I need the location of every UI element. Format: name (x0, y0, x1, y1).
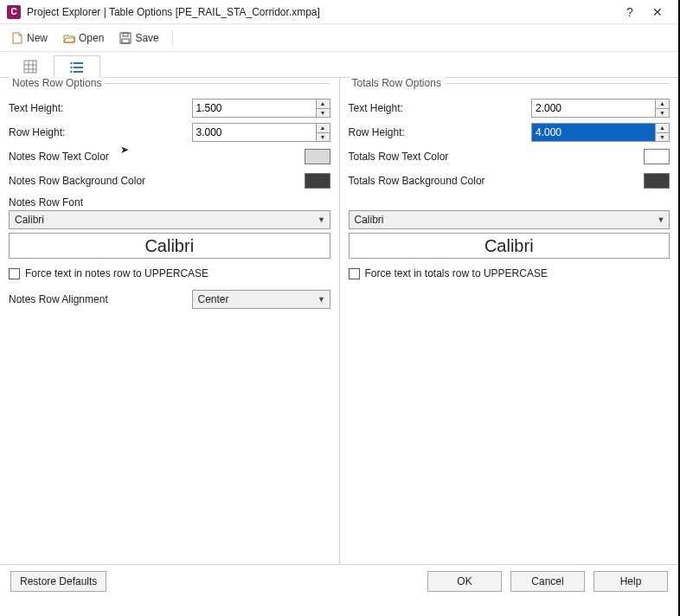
save-icon (119, 32, 132, 44)
notes-text-height-input[interactable]: ▲ ▼ (192, 99, 330, 118)
open-folder-icon (63, 32, 75, 44)
notes-text-color-label: Notes Row Text Color (9, 151, 182, 163)
chevron-down-icon: ▼ (653, 215, 669, 224)
grid-icon (23, 60, 37, 74)
chevron-down-icon: ▼ (314, 295, 330, 304)
main-area: Notes Row Options Text Height: ▲ ▼ Row H… (0, 78, 678, 564)
svg-rect-2 (122, 39, 129, 43)
totals-panel: Totals Row Options Text Height: ▲ ▼ Row … (339, 78, 679, 564)
close-icon[interactable]: ✕ (644, 5, 671, 19)
svg-point-13 (70, 70, 72, 72)
notes-font-combo[interactable]: Calibri ▼ (9, 210, 330, 229)
notes-row-height-field[interactable] (193, 124, 316, 141)
notes-alignment-combo[interactable]: Center ▼ (192, 290, 330, 309)
totals-text-height-input[interactable]: ▲ ▼ (531, 99, 670, 118)
new-button[interactable]: New (7, 30, 52, 46)
toolbar-separator (172, 29, 173, 47)
notes-row-height-input[interactable]: ▲ ▼ (192, 123, 330, 142)
totals-bg-color-swatch[interactable] (644, 173, 670, 189)
svg-point-12 (70, 66, 72, 67)
new-button-label: New (27, 32, 48, 44)
notes-text-color-swatch[interactable] (305, 149, 330, 164)
ok-button[interactable]: OK (427, 571, 502, 592)
cancel-button[interactable]: Cancel (510, 571, 585, 592)
spin-down-icon[interactable]: ▼ (656, 109, 669, 118)
save-button[interactable]: Save (115, 30, 163, 46)
notes-font-value: Calibri (10, 214, 314, 226)
totals-text-height-field[interactable] (532, 99, 655, 117)
open-button[interactable]: Open (59, 30, 108, 46)
spin-up-icon[interactable]: ▲ (317, 124, 330, 133)
totals-font-preview: Calibri (349, 233, 670, 259)
window-title: Project Explorer | Table Options [PE_RAI… (27, 6, 320, 18)
totals-uppercase-label: Force text in totals row to UPPERCASE (365, 267, 548, 279)
tab-list[interactable] (54, 55, 100, 78)
totals-bg-color-label: Totals Row Background Color (349, 175, 522, 187)
notes-text-height-field[interactable] (193, 99, 316, 117)
new-file-icon (11, 32, 23, 44)
notes-text-height-label: Text Height: (9, 102, 182, 114)
spin-up-icon[interactable]: ▲ (656, 124, 669, 133)
totals-font-value: Calibri (350, 214, 654, 226)
svg-rect-1 (123, 33, 128, 36)
totals-uppercase-checkbox[interactable] (349, 268, 360, 279)
totals-text-color-swatch[interactable] (644, 149, 670, 164)
tab-grid[interactable] (7, 55, 54, 77)
spin-down-icon[interactable]: ▼ (656, 133, 669, 142)
notes-bg-color-label: Notes Row Background Color (9, 175, 182, 187)
notes-panel-title: Notes Row Options (9, 77, 105, 89)
svg-point-11 (70, 61, 72, 63)
chevron-down-icon: ▼ (314, 215, 330, 224)
app-icon: C (7, 5, 21, 19)
notes-bg-color-swatch[interactable] (305, 173, 330, 189)
svg-rect-3 (24, 61, 36, 73)
bottom-bar: Restore Defaults OK Cancel Help (0, 564, 678, 597)
notes-uppercase-label: Force text in notes row to UPPERCASE (25, 267, 208, 279)
save-button-label: Save (135, 32, 158, 44)
toolbar: New Open Save (0, 24, 678, 52)
totals-font-spacer (349, 196, 670, 209)
totals-row-height-label: Row Height: (349, 126, 522, 138)
notes-font-preview: Calibri (9, 233, 330, 259)
open-button-label: Open (79, 32, 104, 44)
list-icon (70, 61, 84, 74)
notes-alignment-label: Notes Row Alignment (9, 293, 108, 305)
notes-panel: Notes Row Options Text Height: ▲ ▼ Row H… (0, 78, 339, 564)
restore-defaults-button[interactable]: Restore Defaults (10, 571, 106, 592)
notes-uppercase-checkbox[interactable] (9, 268, 20, 279)
spin-up-icon[interactable]: ▲ (656, 99, 669, 109)
totals-font-combo[interactable]: Calibri ▼ (349, 210, 670, 229)
help-icon[interactable]: ? (616, 5, 644, 19)
help-button[interactable]: Help (593, 571, 668, 592)
totals-row-height-input[interactable]: ▲ ▼ (531, 123, 670, 142)
totals-panel-title: Totals Row Options (349, 77, 445, 89)
spin-down-icon[interactable]: ▼ (317, 109, 330, 118)
notes-row-height-label: Row Height: (9, 126, 182, 138)
tabstrip (0, 52, 678, 78)
totals-text-color-label: Totals Row Text Color (349, 151, 522, 163)
totals-row-height-field[interactable] (532, 124, 655, 141)
totals-text-height-label: Text Height: (349, 102, 522, 114)
notes-alignment-value: Center (193, 293, 314, 305)
spin-up-icon[interactable]: ▲ (317, 99, 330, 109)
spin-down-icon[interactable]: ▼ (317, 133, 330, 142)
notes-font-label: Notes Row Font (9, 196, 330, 209)
titlebar: C Project Explorer | Table Options [PE_R… (0, 0, 678, 24)
